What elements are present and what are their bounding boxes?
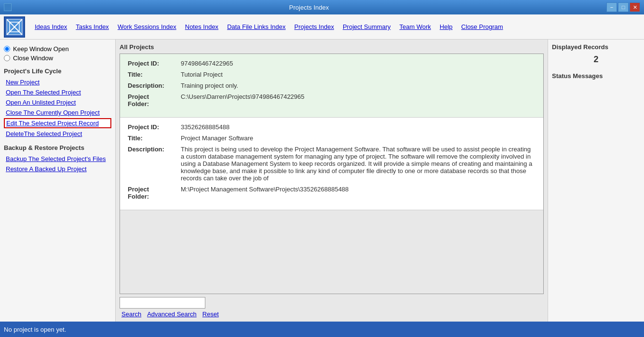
edit-selected-link[interactable]: Edit The Selected Project Record <box>4 118 111 128</box>
project-id-value-2: 33526268885488 <box>181 123 536 131</box>
menu-bar: Ideas Index Tasks Index Work Sessions In… <box>0 14 644 40</box>
folder-value-1: C:\Users\Darren\Projects\974986467422965 <box>181 93 536 100</box>
keep-window-open-radio[interactable] <box>4 46 10 52</box>
menu-item-work-sessions-index[interactable]: Work Sessions Index <box>114 21 180 32</box>
projects-list[interactable]: Project ID: 974986467422965 Title: Tutor… <box>120 54 544 294</box>
minimize-button[interactable]: − <box>606 2 617 12</box>
keep-window-open-label: Keep Window Open <box>13 45 69 53</box>
status-messages-title: Status Messages <box>552 72 640 80</box>
close-button[interactable]: ✕ <box>630 2 640 12</box>
close-window-label: Close Window <box>13 54 53 62</box>
content-area: All Projects Project ID: 974986467422965… <box>116 40 548 322</box>
menu-item-ideas-index[interactable]: Ideas Index <box>31 21 71 32</box>
window-title: Projects Index <box>12 4 606 11</box>
open-unlisted-link[interactable]: Open An Unlisted Project <box>4 98 111 107</box>
title-row-1: Title: Tutorial Project <box>128 71 536 78</box>
title-label-2: Title: <box>128 135 181 142</box>
backup-section-title: Backup & Restore Projects <box>4 144 111 151</box>
project-id-row-1: Project ID: 974986467422965 <box>128 60 536 67</box>
displayed-records-count: 2 <box>552 54 640 65</box>
advanced-search-link[interactable]: Advanced Search <box>147 310 197 318</box>
sidebar: Keep Window Open Close Window Project's … <box>0 40 116 322</box>
open-selected-link[interactable]: Open The Selected Project <box>4 88 111 97</box>
description-label-2: Description: <box>128 146 181 153</box>
title-value-1: Tutorial Project <box>181 71 536 78</box>
window-controls: − □ ✕ <box>606 2 640 12</box>
description-label-1: Description: <box>128 82 181 89</box>
new-project-link[interactable]: New Project <box>4 78 111 87</box>
app-icon <box>4 3 12 11</box>
search-area: Search Advanced Search Reset <box>120 297 544 318</box>
reset-link[interactable]: Reset <box>202 310 219 318</box>
main-content: Keep Window Open Close Window Project's … <box>0 40 644 322</box>
folder-label-1: ProjectFolder: <box>128 93 181 108</box>
restore-project-link[interactable]: Restore A Backed Up Project <box>4 164 111 174</box>
status-bar: No project is open yet. <box>0 322 644 337</box>
lifecycle-section-title: Project's Life Cycle <box>4 67 111 75</box>
description-row-1: Description: Training project only. <box>128 82 536 89</box>
delete-selected-link[interactable]: DeleteThe Selected Project <box>4 129 111 138</box>
title-value-2: Project Manager Software <box>181 135 536 142</box>
right-panel: Displayed Records 2 Status Messages <box>548 40 644 322</box>
project-id-label-2: Project ID: <box>128 123 181 131</box>
search-links: Search Advanced Search Reset <box>120 310 544 318</box>
menu-item-data-file-links-index[interactable]: Data File Links Index <box>223 21 289 32</box>
project-record-1[interactable]: Project ID: 974986467422965 Title: Tutor… <box>120 54 543 118</box>
menu-item-tasks-index[interactable]: Tasks Index <box>72 21 113 32</box>
section-header: All Projects <box>120 43 544 51</box>
title-label-1: Title: <box>128 71 181 78</box>
close-window-option: Close Window <box>4 54 111 62</box>
project-id-value-1: 974986467422965 <box>181 60 536 67</box>
menu-item-notes-index[interactable]: Notes Index <box>181 21 222 32</box>
status-message: No project is open yet. <box>4 326 66 333</box>
search-link[interactable]: Search <box>121 310 141 318</box>
folder-row-1: ProjectFolder: C:\Users\Darren\Projects\… <box>128 93 536 108</box>
folder-value-2: M:\Project Management Software\Projects\… <box>181 186 536 193</box>
keep-window-open-option: Keep Window Open <box>4 45 111 53</box>
search-input[interactable] <box>120 297 205 309</box>
menu-item-project-summary[interactable]: Project Summary <box>339 21 395 32</box>
menu-item-close-program[interactable]: Close Program <box>457 21 507 32</box>
backup-files-link[interactable]: Backup The Selected Project's Files <box>4 154 111 163</box>
close-current-link[interactable]: Close The Currently Open Project <box>4 108 111 117</box>
menu-item-projects-index[interactable]: Projects Index <box>291 21 338 32</box>
description-row-2: Description: This project is being used … <box>128 146 536 182</box>
description-value-1: Training project only. <box>181 82 536 89</box>
project-id-label-1: Project ID: <box>128 60 181 67</box>
app-logo <box>4 16 25 38</box>
description-value-2: This project is being used to develop th… <box>181 146 536 182</box>
title-row-2: Title: Project Manager Software <box>128 135 536 142</box>
menu-item-help[interactable]: Help <box>436 21 456 32</box>
folder-label-2: ProjectFolder: <box>128 186 181 200</box>
folder-row-2: ProjectFolder: M:\Project Management Sof… <box>128 186 536 200</box>
maximize-button[interactable]: □ <box>618 2 629 12</box>
project-id-row-2: Project ID: 33526268885488 <box>128 123 536 131</box>
menu-items-container: Ideas Index Tasks Index Work Sessions In… <box>31 21 507 32</box>
title-bar: Projects Index − □ ✕ <box>0 0 644 14</box>
close-window-radio[interactable] <box>4 55 10 61</box>
menu-item-team-work[interactable]: Team Work <box>396 21 435 32</box>
displayed-records-title: Displayed Records <box>552 43 640 51</box>
project-record-2[interactable]: Project ID: 33526268885488 Title: Projec… <box>120 118 543 210</box>
